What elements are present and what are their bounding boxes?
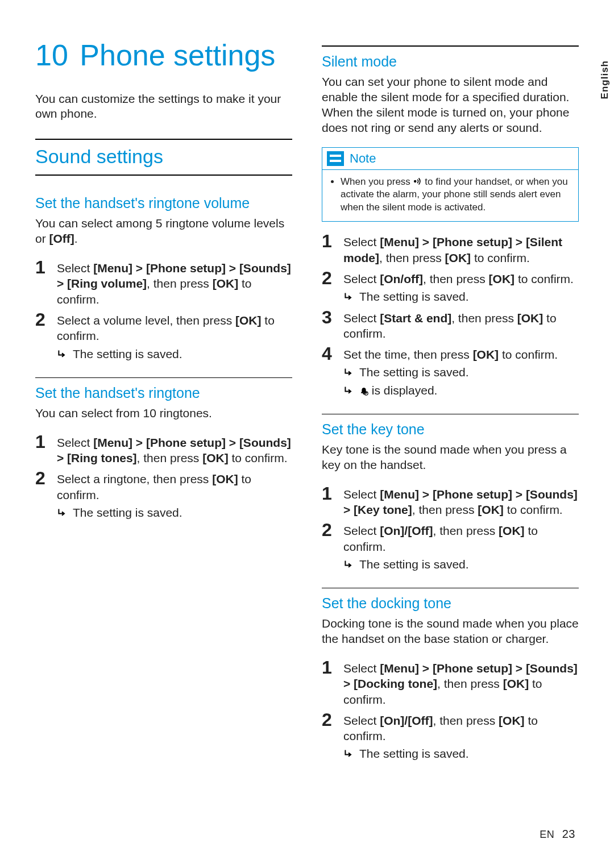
note-body: When you press to find your handset, or … — [322, 169, 578, 222]
sub-silent-mode: Silent mode — [322, 45, 579, 70]
svg-point-0 — [414, 180, 416, 182]
result-arrow-icon — [343, 383, 359, 397]
list-item: 1 Select [Menu] > [Phone setup] > [Silen… — [322, 232, 579, 265]
ringtone-volume-steps: 1 Select [Menu] > [Phone setup] > [Sound… — [35, 258, 292, 362]
ui-ok: [OK] — [473, 348, 499, 361]
result-arrow-icon — [343, 556, 359, 571]
result-arrow-icon — [343, 289, 359, 304]
ui-path: [Start & end] — [380, 312, 451, 325]
mute-bell-icon — [359, 387, 368, 396]
step-text: Select [Menu] > [Phone setup] > [Sounds]… — [343, 484, 579, 518]
step-text: Select [On/off], then press [OK] to conf… — [343, 269, 574, 305]
step-result: The setting is saved. — [57, 505, 292, 520]
left-column: 10 Phone settings You can customize the … — [35, 40, 292, 765]
result-text: The setting is saved. — [359, 289, 469, 304]
step-number: 1 — [322, 484, 343, 518]
text: , then press — [423, 272, 489, 285]
step-number: 2 — [35, 310, 57, 362]
text: , then press — [379, 251, 445, 264]
result-text: The setting is saved. — [359, 556, 469, 572]
note-label: Note — [350, 151, 376, 166]
step-number: 2 — [322, 521, 343, 572]
step-number: 4 — [322, 344, 343, 398]
result-arrow-icon — [57, 346, 73, 361]
right-column: Silent mode You can set your phone to si… — [322, 40, 579, 765]
ringtone-steps: 1 Select [Menu] > [Phone setup] > [Sound… — [35, 433, 292, 520]
step-number: 2 — [35, 469, 57, 520]
text: Select — [343, 714, 380, 727]
list-item: 2 Select [On]/[Off], then press [OK] to … — [322, 711, 579, 762]
step-text: Select [Menu] > [Phone setup] > [Sounds]… — [57, 258, 292, 307]
step-number: 1 — [35, 433, 57, 466]
step-text: Select a ringtone, then press [OK] to co… — [57, 469, 292, 520]
step-text: Select [Menu] > [Phone setup] > [Silent … — [343, 232, 579, 265]
text: Select a ringtone, then press — [57, 472, 212, 485]
step-number: 2 — [322, 269, 343, 305]
step-result: The setting is saved. — [343, 556, 579, 572]
text: to confirm. — [471, 251, 530, 264]
step-text: Select a volume level, then press [OK] t… — [57, 310, 292, 362]
text: Select — [57, 436, 93, 449]
footer-lang: EN — [540, 829, 554, 840]
text: , then press — [137, 451, 203, 464]
sub-docking-tone: Set the docking tone — [322, 588, 579, 612]
note-item: When you press to find your handset, or … — [341, 176, 571, 215]
list-item: 2 Select [On/off], then press [OK] to co… — [322, 269, 579, 305]
step-text: Select [Menu] > [Phone setup] > [Sounds]… — [343, 658, 579, 707]
text: , then press — [433, 524, 499, 537]
ui-off: [Off] — [49, 232, 74, 245]
text: to confirm. — [229, 451, 288, 464]
step-result: The setting is saved. — [343, 289, 574, 304]
step-text: Select [Start & end], then press [OK] to… — [343, 308, 579, 342]
ui-ok: [OK] — [499, 524, 525, 537]
text: Select — [57, 261, 93, 275]
ui-path: [On]/[Off] — [380, 714, 433, 727]
text: Select — [343, 488, 380, 501]
step-text: Select [Menu] > [Phone setup] > [Sounds]… — [57, 433, 292, 466]
docking-steps: 1 Select [Menu] > [Phone setup] > [Sound… — [322, 658, 579, 762]
result-text: The setting is saved. — [359, 746, 469, 761]
ui-path: [On/off] — [380, 272, 423, 285]
page-content: 10 Phone settings You can customize the … — [0, 0, 614, 794]
text: to confirm. — [499, 348, 558, 361]
text: to confirm. — [515, 272, 574, 285]
sub-ringtone-volume: Set the handset's ringtone volume — [35, 192, 292, 211]
text: , then press — [451, 312, 517, 325]
ui-ok: [OK] — [517, 312, 544, 325]
list-item: 1 Select [Menu] > [Phone setup] > [Sound… — [322, 484, 579, 518]
text: . — [74, 232, 78, 245]
text: Select — [343, 524, 380, 537]
step-number: 3 — [322, 308, 343, 342]
result-text: The setting is saved. — [73, 346, 182, 362]
list-item: 2 Select [On]/[Off], then press [OK] to … — [322, 521, 579, 572]
result-arrow-icon — [343, 746, 359, 761]
silent-steps: 1 Select [Menu] > [Phone setup] > [Silen… — [322, 232, 579, 398]
page-footer: EN 23 — [540, 828, 575, 841]
step-result: The setting is saved. — [343, 364, 558, 380]
keytone-intro: Key tone is the sound made when you pres… — [322, 442, 579, 473]
step-text: Select [On]/[Off], then press [OK] to co… — [343, 521, 579, 572]
sub-key-tone: Set the key tone — [322, 414, 579, 438]
footer-page-number: 23 — [562, 828, 575, 840]
list-item: 3 Select [Start & end], then press [OK] … — [322, 308, 579, 342]
text: Select — [343, 235, 380, 248]
language-tab: English — [596, 57, 614, 102]
ringtone-intro: You can select from 10 ringtones. — [35, 406, 292, 421]
text: to confirm. — [504, 503, 563, 516]
step-number: 1 — [322, 232, 343, 265]
ui-ok: [OK] — [478, 503, 504, 516]
chapter-title: 10 Phone settings — [35, 40, 292, 71]
text: Select — [343, 312, 380, 325]
list-item: 4 Set the time, then press [OK] to confi… — [322, 344, 579, 398]
list-item: 1 Select [Menu] > [Phone setup] > [Sound… — [35, 258, 292, 307]
text: , then press — [433, 714, 499, 727]
ui-ok: [OK] — [445, 251, 471, 264]
sub-ringtone: Set the handset's ringtone — [35, 377, 292, 401]
docking-intro: Docking tone is the sound made when you … — [322, 616, 579, 647]
section-sound-settings: Sound settings — [35, 139, 292, 176]
text: Select a volume level, then press — [57, 314, 235, 327]
result-text: The setting is saved. — [359, 364, 469, 380]
keytone-steps: 1 Select [Menu] > [Phone setup] > [Sound… — [322, 484, 579, 572]
text: is displayed. — [372, 384, 438, 397]
text: , then press — [412, 503, 478, 516]
